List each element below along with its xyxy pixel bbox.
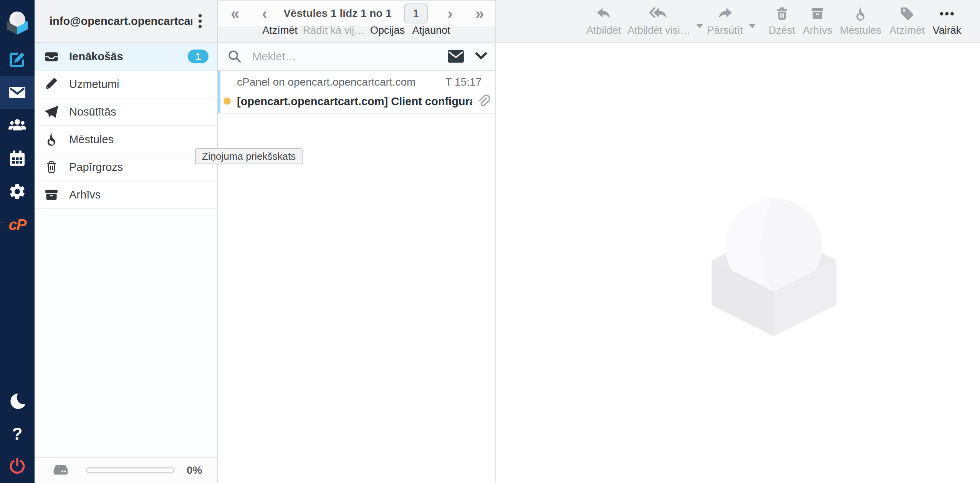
storage-icon xyxy=(52,462,69,479)
app-taskbar: cP ? xyxy=(0,0,35,483)
folder-label: Ienākošās xyxy=(69,50,123,63)
folder-inbox[interactable]: Ienākošās 1 xyxy=(35,43,217,71)
folder-list: Ienākošās 1 Uzmetumi Nosūtītā xyxy=(35,43,217,209)
logout-button[interactable] xyxy=(0,450,35,482)
search-bar xyxy=(218,43,495,71)
paper-plane-icon xyxy=(44,104,59,119)
page-number-input[interactable]: 1 xyxy=(404,3,428,23)
search-icon xyxy=(227,49,242,64)
reply-button[interactable]: Atbildēt xyxy=(586,0,621,43)
folder-archive[interactable]: Arhīvs xyxy=(35,181,217,209)
folder-sent[interactable]: Nosūtītās xyxy=(35,98,217,126)
sidebar-item-calendar[interactable] xyxy=(0,142,35,175)
account-menu-button[interactable] xyxy=(192,12,208,30)
forward-dropdown-caret[interactable] xyxy=(749,24,756,28)
message-meta-row: cPanel on opencart.opencartcart.com T 15… xyxy=(237,74,482,91)
kebab-menu-icon xyxy=(197,12,203,30)
search-input[interactable] xyxy=(252,50,447,63)
inbox-icon xyxy=(44,49,59,64)
pagination-bar: « ‹ Vēstules 1 līdz 1 no 1 1 › » xyxy=(218,0,495,26)
compose-icon xyxy=(8,50,26,69)
gear-icon xyxy=(8,182,26,201)
message-date: T 15:17 xyxy=(445,76,482,88)
message-sender: cPanel on opencart.opencartcart.com xyxy=(237,76,439,88)
forward-button[interactable]: Pārsūtīt xyxy=(707,0,743,43)
chevron-down-icon xyxy=(475,51,488,61)
folder-label: Nosūtītās xyxy=(69,106,116,118)
reply-all-dropdown-caret[interactable] xyxy=(696,24,703,28)
folder-label: Arhīvs xyxy=(69,189,101,201)
roundcube-webmail: cP ? xyxy=(0,0,980,483)
tag-icon xyxy=(899,5,915,23)
forward-icon xyxy=(717,5,733,23)
quota-percent: 0% xyxy=(187,464,202,476)
delete-button[interactable]: Dzēst xyxy=(768,0,795,43)
sidebar-item-contacts[interactable] xyxy=(0,109,35,142)
quota-progress-track xyxy=(86,467,174,473)
folder-label: Uzmetumi xyxy=(69,78,119,91)
sidebar-item-cpanel[interactable]: cP xyxy=(0,208,35,241)
help-button[interactable]: ? xyxy=(0,418,35,450)
folder-junk[interactable]: Mēstules xyxy=(35,126,217,154)
attachment-paperclip-icon xyxy=(476,94,491,110)
dark-mode-toggle[interactable] xyxy=(0,385,35,418)
quota-bar: 0% xyxy=(35,457,217,483)
pagination-summary: Vēstules 1 līdz 1 no 1 xyxy=(283,7,392,20)
folder-label: Papīrgrozs xyxy=(69,161,123,174)
message-toolbar: Atbildēt Atbildēt visi… xyxy=(496,0,980,43)
focus-indicator-bar xyxy=(218,71,220,113)
mail-icon xyxy=(8,83,26,102)
folder-drafts[interactable]: Uzmetumi xyxy=(35,71,217,98)
contacts-icon xyxy=(8,116,27,135)
reply-all-button[interactable]: Atbildēt visi… xyxy=(627,0,690,43)
junk-button[interactable]: Mēstules xyxy=(840,0,881,43)
more-button[interactable]: Vairāk xyxy=(933,0,962,43)
last-page-button[interactable]: » xyxy=(475,6,484,21)
unread-dot xyxy=(223,98,231,105)
pencil-icon xyxy=(44,77,59,91)
unread-count-badge: 1 xyxy=(188,50,209,63)
taskbar-bottom: ? xyxy=(0,385,35,482)
first-page-button[interactable]: « xyxy=(231,6,239,21)
trash-icon xyxy=(44,160,59,174)
question-mark-icon: ? xyxy=(12,424,23,443)
reply-icon xyxy=(595,5,612,23)
folders-column: info@opencart.opencartcart…. Ienākošās 1 xyxy=(35,0,218,483)
trash-icon xyxy=(774,5,790,23)
tag-button[interactable]: Atzīmēt xyxy=(889,0,925,43)
next-page-button[interactable]: › xyxy=(447,6,452,21)
message-content-column: Atbildēt Atbildēt visi… xyxy=(496,0,980,483)
folder-label: Mēstules xyxy=(69,133,114,146)
prev-page-button[interactable]: ‹ xyxy=(262,6,267,21)
message-subject: [opencart.opencartcart.com] Client confi… xyxy=(237,95,472,108)
archive-icon xyxy=(44,187,59,202)
archive-button[interactable]: Arhīvs xyxy=(803,0,833,43)
folder-trash[interactable]: Papīrgrozs xyxy=(35,154,217,181)
search-options-toggle[interactable] xyxy=(475,51,488,61)
flame-icon xyxy=(44,132,59,147)
moon-icon xyxy=(8,393,26,410)
account-header: info@opencart.opencartcart…. xyxy=(35,0,217,43)
archive-icon xyxy=(810,5,825,23)
account-email[interactable]: info@opencart.opencartcart…. xyxy=(50,15,192,28)
envelope-icon xyxy=(447,49,465,64)
sidebar-item-mail[interactable] xyxy=(0,76,35,109)
roundcube-watermark xyxy=(687,177,860,350)
calendar-icon xyxy=(8,149,26,168)
message-list-column: Atzīmēt Rādīt kā vij… xyxy=(218,0,496,483)
power-icon xyxy=(8,457,26,475)
flame-icon xyxy=(853,5,868,23)
cpanel-logo-icon: cP xyxy=(9,216,26,233)
sidebar-item-compose[interactable] xyxy=(0,43,35,76)
more-dots-icon xyxy=(939,5,955,23)
message-subject-row: [opencart.opencartcart.com] Client confi… xyxy=(237,92,472,111)
search-scope-button[interactable] xyxy=(447,49,465,64)
roundcube-logo-icon xyxy=(0,5,35,40)
taskbar-nav: cP xyxy=(0,43,35,241)
tooltip-message-preview: Ziņojuma priekšskats xyxy=(195,148,303,164)
reply-all-icon xyxy=(649,5,669,23)
sidebar-item-settings[interactable] xyxy=(0,175,35,208)
message-list-item[interactable]: cPanel on opencart.opencartcart.com T 15… xyxy=(218,71,495,114)
